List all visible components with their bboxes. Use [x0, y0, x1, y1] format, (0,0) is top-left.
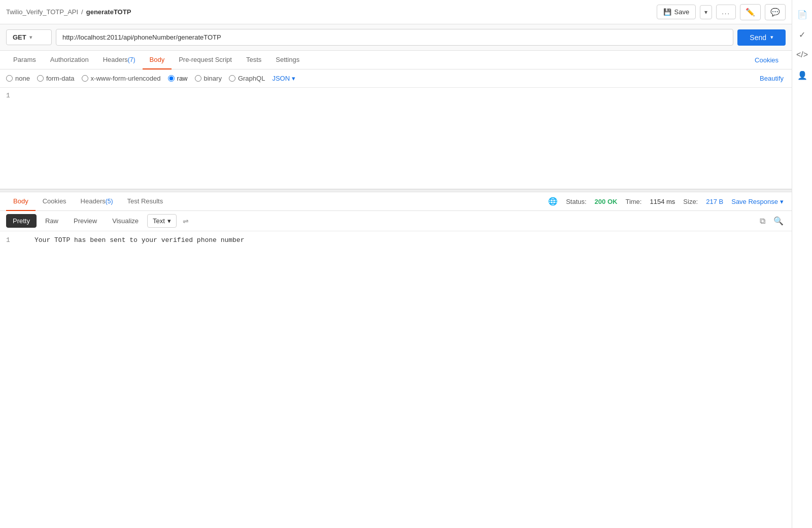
sidebar-code-icon: </> — [796, 50, 808, 59]
sidebar-icon-2[interactable]: ✓ — [794, 26, 810, 43]
sidebar-person-icon: 👤 — [797, 71, 807, 80]
right-sidebar: 📄 ✓ </> 👤 — [792, 0, 812, 383]
globe-icon: 🌐 — [548, 197, 558, 206]
body-type-row: none form-data x-www-form-urlencoded raw… — [0, 69, 792, 88]
top-bar-actions: 💾 Save ▾ ... ✏️ 💬 — [657, 4, 786, 20]
tab-body[interactable]: Body — [143, 51, 172, 69]
more-options-button[interactable]: ... — [716, 5, 736, 19]
save-response-chevron-icon: ▾ — [780, 198, 784, 205]
copy-icon: ⧉ — [760, 217, 765, 225]
response-line-1: 1 Your TOTP has been sent to your verifi… — [6, 236, 786, 244]
breadcrumb-current: generateTOTP — [86, 8, 131, 16]
comment-icon-button[interactable]: 💬 — [765, 4, 786, 20]
save-disk-icon: 💾 — [663, 8, 671, 16]
format-type-dropdown[interactable]: Text ▾ — [147, 214, 177, 228]
send-chevron-icon: ▾ — [770, 34, 773, 41]
format-visualize-button[interactable]: Visualize — [106, 214, 145, 228]
response-tab-test-results[interactable]: Test Results — [120, 192, 170, 211]
status-value: 200 OK — [595, 198, 618, 205]
body-type-graphql[interactable]: GraphQL — [229, 75, 265, 82]
tab-settings[interactable]: Settings — [268, 51, 307, 69]
sidebar-icon-1[interactable]: 📄 — [794, 6, 810, 22]
sidebar-doc-icon: 📄 — [797, 10, 807, 19]
method-chevron-icon: ▾ — [29, 34, 32, 40]
method-selector[interactable]: GET ▾ — [6, 29, 52, 45]
breadcrumb-parent[interactable]: Twilio_Verify_TOTP_API — [6, 8, 78, 16]
status-label: Status: — [566, 198, 586, 205]
cookies-link[interactable]: Cookies — [748, 51, 786, 69]
method-label: GET — [13, 33, 26, 41]
response-tab-cookies[interactable]: Cookies — [36, 192, 74, 211]
format-dropdown-label: Text — [153, 217, 165, 225]
body-type-none[interactable]: none — [6, 75, 30, 82]
breadcrumb: Twilio_Verify_TOTP_API / generateTOTP — [6, 8, 131, 16]
response-status-bar: 🌐 Status: 200 OK Time: 1154 ms Size: 217… — [548, 197, 786, 206]
sidebar-icon-3[interactable]: </> — [794, 47, 810, 63]
top-bar: Twilio_Verify_TOTP_API / generateTOTP 💾 … — [0, 0, 792, 24]
sidebar-icon-4[interactable]: 👤 — [794, 67, 810, 83]
send-label: Send — [750, 33, 766, 42]
response-section: Body Cookies Headers(5) Test Results 🌐 S… — [0, 192, 792, 383]
size-value: 217 B — [706, 198, 723, 205]
beautify-button[interactable]: Beautify — [760, 75, 786, 82]
search-icon: 🔍 — [773, 217, 784, 225]
response-tabs: Body Cookies Headers(5) Test Results 🌐 S… — [0, 192, 792, 211]
url-bar: GET ▾ Send ▾ — [0, 24, 792, 51]
tab-headers[interactable]: Headers(7) — [96, 51, 143, 69]
copy-button[interactable]: ⧉ — [758, 215, 767, 228]
response-line-number: 1 — [6, 236, 14, 244]
response-tab-headers[interactable]: Headers(5) — [74, 192, 120, 211]
wrap-icon: ⇌ — [183, 217, 189, 225]
send-button[interactable]: Send ▾ — [737, 29, 786, 46]
json-chevron-icon: ▾ — [292, 75, 295, 82]
response-tab-body[interactable]: Body — [6, 192, 36, 211]
save-button[interactable]: 💾 Save — [657, 5, 696, 19]
wrap-text-button[interactable]: ⇌ — [179, 215, 193, 228]
request-tabs: Params Authorization Headers(7) Body Pre… — [0, 51, 792, 69]
format-raw-button[interactable]: Raw — [39, 214, 65, 228]
format-dropdown-chevron-icon: ▾ — [167, 217, 171, 225]
body-type-raw[interactable]: raw — [168, 75, 188, 82]
editor-line-number: 1 — [6, 92, 14, 99]
save-response-button[interactable]: Save Response ▾ — [731, 198, 784, 205]
save-label: Save — [674, 8, 690, 16]
format-bar: Pretty Raw Preview Visualize Text ▾ ⇌ — [0, 211, 792, 231]
format-preview-button[interactable]: Preview — [67, 214, 104, 228]
tab-params[interactable]: Params — [6, 51, 43, 69]
edit-icon-button[interactable]: ✏️ — [740, 4, 761, 20]
time-value: 1154 ms — [650, 198, 675, 205]
request-body-editor[interactable]: 1 — [0, 88, 792, 189]
time-label: Time: — [625, 198, 641, 205]
response-body: 1 Your TOTP has been sent to your verifi… — [0, 231, 792, 383]
body-type-form-data[interactable]: form-data — [37, 75, 75, 82]
save-chevron-button[interactable]: ▾ — [700, 5, 712, 19]
response-text: Your TOTP has been sent to your verified… — [35, 236, 244, 244]
chevron-down-icon: ▾ — [704, 9, 707, 16]
tab-pre-request-script[interactable]: Pre-request Script — [172, 51, 239, 69]
search-response-button[interactable]: 🔍 — [771, 214, 786, 228]
more-icon: ... — [722, 8, 730, 16]
sidebar-check-icon: ✓ — [799, 30, 805, 40]
format-pretty-button[interactable]: Pretty — [6, 214, 37, 228]
tab-tests[interactable]: Tests — [239, 51, 268, 69]
comment-icon: 💬 — [770, 8, 780, 16]
tab-authorization[interactable]: Authorization — [43, 51, 96, 69]
json-format-dropdown[interactable]: JSON ▾ — [272, 75, 295, 82]
url-input[interactable] — [56, 29, 733, 46]
body-type-urlencoded[interactable]: x-www-form-urlencoded — [82, 75, 161, 82]
size-label: Size: — [683, 198, 698, 205]
body-type-binary[interactable]: binary — [195, 75, 222, 82]
breadcrumb-separator: / — [81, 8, 83, 16]
pencil-icon: ✏️ — [746, 8, 755, 16]
